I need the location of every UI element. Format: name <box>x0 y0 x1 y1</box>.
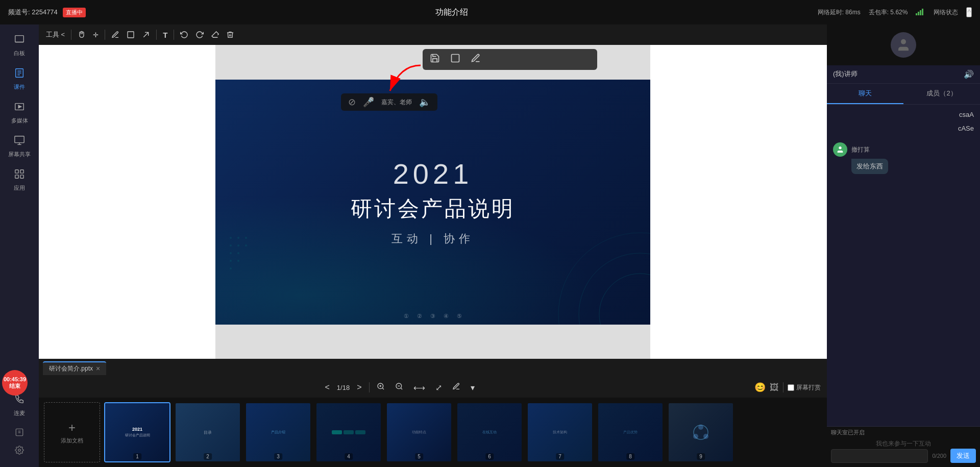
prev-page-button[interactable]: < <box>322 382 333 393</box>
svg-point-32 <box>230 260 232 262</box>
sidebar-item-whiteboard[interactable]: 白板 <box>3 30 36 61</box>
redo-button[interactable] <box>192 29 207 41</box>
svg-point-46 <box>698 425 703 430</box>
sidebar-item-screenshare[interactable]: 屏幕共享 <box>3 131 36 162</box>
slide-num-1: ① <box>404 313 409 319</box>
svg-point-50 <box>839 146 841 149</box>
slide-num-3: ③ <box>430 313 435 319</box>
live-badge: 直播中 <box>63 8 86 17</box>
chat-message-area: 撤打算 发给东西 <box>827 138 980 426</box>
chat-avatar-1 <box>833 142 847 157</box>
fit-width-button[interactable]: ⟷ <box>410 382 428 394</box>
thumbnail-9[interactable]: 9 <box>668 402 734 462</box>
zoom-out-button[interactable] <box>392 381 406 394</box>
hand-tool-button[interactable] <box>75 29 89 41</box>
fit-page-button[interactable]: ⤢ <box>432 382 445 394</box>
chat-bubble-1: 发给东西 <box>851 159 888 174</box>
timer-display: 00:45:39 <box>4 376 26 382</box>
members-tab[interactable]: 成员（2） <box>903 84 980 104</box>
emoji-panel-button[interactable]: 😊 <box>754 382 766 393</box>
top-bar-left: 频道号: 2254774 直播中 <box>8 8 86 17</box>
screen-record-checkbox[interactable] <box>788 384 794 391</box>
thumbnail-1[interactable]: 2021 研讨会产品说明 1 <box>104 402 170 462</box>
presenter-label: (我)讲师 🔊 <box>827 65 980 84</box>
edit-icon-button[interactable] <box>12 425 27 442</box>
thumbnail-4[interactable]: 4 <box>315 402 382 462</box>
mute-icon-button[interactable]: ⊘ <box>348 96 356 108</box>
window-button[interactable] <box>448 51 462 68</box>
chat-input-field[interactable] <box>831 449 928 463</box>
presenter-name: (我)讲师 <box>833 70 857 78</box>
thumbnail-6[interactable]: 在线互动 6 <box>456 402 523 462</box>
more-options-button[interactable]: ▾ <box>468 382 478 394</box>
slide-white-left <box>39 45 215 359</box>
thumb-num-9: 9 <box>697 453 705 460</box>
thumbnail-2[interactable]: 目录 2 <box>175 402 241 462</box>
add-doc-label: 添加文档 <box>61 437 83 445</box>
svg-rect-15 <box>16 429 23 436</box>
chat-message-row: 撤打算 <box>833 142 974 157</box>
sidebar-item-media-label: 多媒体 <box>11 117 28 125</box>
eraser-button[interactable] <box>208 29 222 41</box>
arrow-tool-button[interactable] <box>139 29 153 41</box>
speaker-icon-button[interactable]: 🔈 <box>419 96 430 108</box>
file-tab-close-button[interactable]: × <box>96 364 100 373</box>
thumbnail-5[interactable]: 功能特点 5 <box>386 402 452 462</box>
pen-tool-button[interactable] <box>108 29 122 41</box>
image-panel-button[interactable]: 🖼 <box>770 382 779 393</box>
svg-point-36 <box>579 253 650 325</box>
thumb-num-7: 7 <box>556 453 564 460</box>
thumbnail-8[interactable]: 产品优势 8 <box>597 402 664 462</box>
presenter-overlay-label: 嘉宾、老师 <box>381 98 412 107</box>
sidebar-item-apps-label: 应用 <box>14 184 25 192</box>
chat-tab[interactable]: 聊天 <box>827 84 903 104</box>
svg-point-25 <box>237 237 239 239</box>
pagination-center: < 1/18 > ⟷ ⤢ ▾ <box>322 381 478 394</box>
svg-line-20 <box>144 32 149 37</box>
chat-input-row: 0/200 发送 <box>827 449 980 467</box>
slide-num-4: ④ <box>444 313 449 319</box>
timer-badge[interactable]: 00:45:39 结束 <box>2 370 28 396</box>
rect-tool-button[interactable] <box>124 29 138 41</box>
pencil-button[interactable] <box>469 51 483 68</box>
add-document-button[interactable]: + 添加文档 <box>44 402 100 462</box>
member-item-2: cASe <box>833 122 974 134</box>
plus-icon: + <box>68 421 76 435</box>
sidebar-item-apps[interactable]: 应用 <box>3 164 36 196</box>
slide-toolbar: 工具 < ✛ T <box>39 24 827 45</box>
svg-rect-14 <box>20 175 23 178</box>
page-title: 功能介绍 <box>435 7 468 18</box>
chat-input-hint: 我也来参与一下互动 <box>827 438 980 449</box>
thumb-num-1: 1 <box>133 453 141 460</box>
packet-loss: 丢包率: 5.62% <box>869 8 908 17</box>
collapse-button[interactable]: ^ <box>966 7 972 17</box>
thumbnail-3[interactable]: 产品介绍 3 <box>245 402 311 462</box>
send-button[interactable]: 发送 <box>950 449 976 463</box>
zoom-in-button[interactable] <box>374 381 388 394</box>
next-page-button[interactable]: > <box>354 382 364 393</box>
file-tab-pptx[interactable]: 研讨会简介.pptx × <box>43 361 106 375</box>
settings-icon-button[interactable] <box>12 443 27 460</box>
sidebar-item-courseware[interactable]: 课件 <box>3 63 36 95</box>
tools-dropdown-button[interactable]: 工具 < <box>43 28 68 41</box>
network-delay: 网络延时: 86ms <box>818 8 861 17</box>
file-tab-name: 研讨会简介.pptx <box>49 364 93 373</box>
svg-rect-13 <box>15 175 18 178</box>
whiteboard-icon <box>14 34 25 47</box>
member-list: csaA cASe <box>827 105 980 138</box>
svg-rect-8 <box>15 136 24 143</box>
text-tool-button[interactable]: T <box>160 29 170 41</box>
svg-point-37 <box>558 233 650 325</box>
move-tool-button[interactable]: ✛ <box>90 29 102 41</box>
toolbar-separator-3 <box>156 30 157 40</box>
main-area: 白板 课件 多媒体 屏幕共享 应用 <box>0 24 980 467</box>
thumb-num-4: 4 <box>345 453 353 460</box>
save-share-button[interactable] <box>428 51 442 68</box>
mic-icon-button[interactable]: 🎤 <box>363 96 374 108</box>
sidebar-item-media[interactable]: 多媒体 <box>3 97 36 129</box>
thumbnail-7[interactable]: 技术架构 7 <box>527 402 593 462</box>
undo-button[interactable] <box>177 29 191 41</box>
pen-mode-button[interactable] <box>449 381 463 394</box>
screen-record-label[interactable]: 屏幕打赏 <box>788 383 821 392</box>
delete-button[interactable] <box>223 29 237 41</box>
